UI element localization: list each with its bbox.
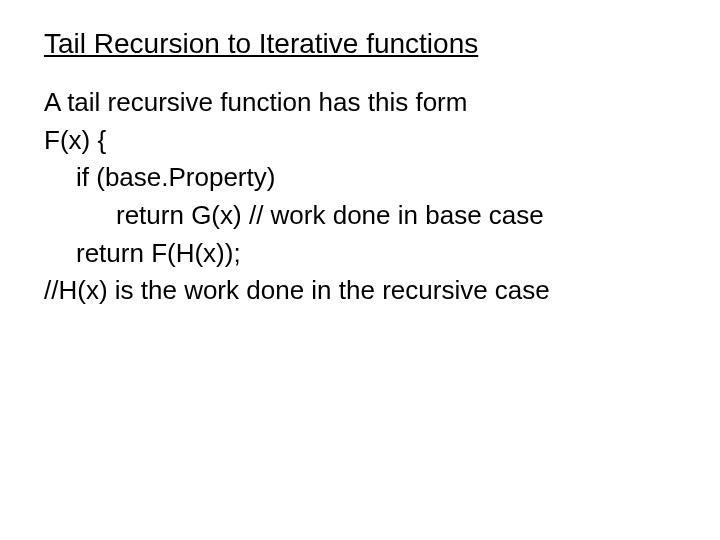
slide-title: Tail Recursion to Iterative functions <box>44 28 676 60</box>
body-line-4: return G(x) // work done in base case <box>44 197 676 235</box>
slide-container: Tail Recursion to Iterative functions A … <box>0 0 720 338</box>
body-line-6: //H(x) is the work done in the recursive… <box>44 272 676 310</box>
body-line-3: if (base.Property) <box>44 159 676 197</box>
body-line-2: F(x) { <box>44 122 676 160</box>
slide-body: A tail recursive function has this form … <box>44 84 676 310</box>
body-line-1: A tail recursive function has this form <box>44 84 676 122</box>
body-line-5: return F(H(x)); <box>44 235 676 273</box>
